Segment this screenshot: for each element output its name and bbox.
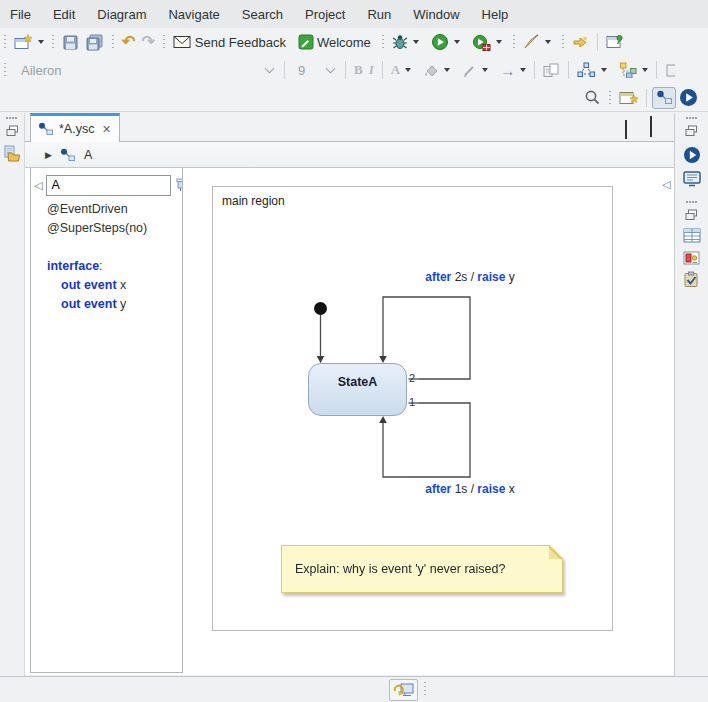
menu-search[interactable]: Search bbox=[242, 7, 283, 22]
diagram-canvas[interactable]: main region bbox=[183, 168, 674, 673]
tab-title: *A.ysc bbox=[59, 122, 94, 136]
line-color-dropdown[interactable] bbox=[482, 68, 488, 72]
menu-file[interactable]: File bbox=[10, 7, 31, 22]
clipped-toolbar-button[interactable] bbox=[662, 61, 678, 80]
line-color-button[interactable] bbox=[459, 61, 491, 79]
toolbar-separator bbox=[568, 61, 569, 79]
debug-button[interactable] bbox=[389, 32, 422, 52]
spec-event-line[interactable]: out event y bbox=[31, 295, 182, 314]
workspace: *A.ysc × ▶ A ◁ bbox=[0, 113, 708, 676]
font-color-button[interactable]: A bbox=[388, 60, 414, 80]
arrow-type-button[interactable]: → bbox=[497, 60, 529, 81]
italic-button[interactable]: I bbox=[366, 60, 377, 80]
out-event-keyword: out event bbox=[61, 297, 117, 311]
transition-label-bottom[interactable]: after 1s / raise x bbox=[405, 482, 535, 496]
note-text: Explain: why is event 'y' never raised? bbox=[295, 562, 505, 576]
spec-annotation-line[interactable]: @EventDriven bbox=[31, 200, 182, 219]
tab-close-icon[interactable]: × bbox=[102, 121, 110, 137]
pin-panel-icon[interactable] bbox=[174, 178, 182, 193]
fill-color-dropdown[interactable] bbox=[444, 68, 450, 72]
debug-perspective-button[interactable] bbox=[676, 87, 700, 109]
welcome-button[interactable]: Welcome bbox=[295, 32, 374, 52]
statechart-name-input[interactable] bbox=[46, 175, 171, 196]
arrowhead bbox=[379, 416, 387, 423]
new-wizard-button[interactable] bbox=[11, 32, 47, 53]
menu-window[interactable]: Window bbox=[413, 7, 459, 22]
fill-color-button[interactable] bbox=[420, 61, 453, 79]
save-button[interactable] bbox=[59, 32, 82, 53]
run-configuration-button[interactable] bbox=[469, 32, 505, 53]
menu-navigate[interactable]: Navigate bbox=[168, 7, 219, 22]
select-all-button[interactable] bbox=[574, 60, 610, 80]
minimize-editor-button[interactable] bbox=[625, 121, 627, 139]
toolbar-separator bbox=[534, 61, 535, 79]
restore-view-icon[interactable] bbox=[685, 125, 698, 137]
main-toolbar: ↶ ↷ Send Feedback Welcome bbox=[0, 28, 708, 56]
select-all-dropdown[interactable] bbox=[601, 68, 607, 72]
search-button[interactable] bbox=[581, 87, 604, 108]
layout-dropdown[interactable] bbox=[642, 68, 648, 72]
note-annotation[interactable]: Explain: why is event 'y' never raised? bbox=[281, 545, 563, 593]
send-feedback-button[interactable]: Send Feedback bbox=[170, 33, 289, 52]
statechart-perspective-button[interactable] bbox=[652, 87, 676, 109]
run-configuration-dropdown[interactable] bbox=[496, 40, 502, 44]
menu-help[interactable]: Help bbox=[482, 7, 509, 22]
open-perspective-button[interactable] bbox=[616, 87, 641, 108]
external-tools-button[interactable] bbox=[520, 32, 554, 52]
run-icon bbox=[431, 33, 449, 51]
pin-editor-button[interactable] bbox=[603, 32, 627, 52]
layout-button[interactable] bbox=[616, 60, 651, 80]
last-edit-location-button[interactable] bbox=[569, 33, 592, 52]
tasks-view-icon[interactable] bbox=[683, 271, 700, 288]
status-trim-button[interactable] bbox=[389, 679, 418, 701]
label-event: y bbox=[509, 270, 515, 284]
run-dropdown[interactable] bbox=[454, 40, 460, 44]
bold-button[interactable]: B bbox=[351, 60, 366, 80]
toolbar-separator bbox=[284, 61, 285, 79]
arrow-type-dropdown[interactable] bbox=[520, 68, 526, 72]
breadcrumb-item[interactable]: A bbox=[84, 148, 92, 162]
maximize-editor-button[interactable] bbox=[650, 119, 652, 137]
transition-label-top[interactable]: after 2s / raise y bbox=[405, 270, 535, 284]
menu-project[interactable]: Project bbox=[305, 7, 345, 22]
redo-button[interactable]: ↷ bbox=[138, 32, 157, 52]
new-wizard-dropdown[interactable] bbox=[38, 40, 44, 44]
line-color-icon bbox=[462, 63, 477, 77]
console-view-icon[interactable] bbox=[683, 171, 701, 187]
font-family-combo[interactable]: Aileron bbox=[11, 63, 279, 78]
toolbar-separator bbox=[562, 35, 564, 49]
spec-annotation-line[interactable]: @SuperSteps(no) bbox=[31, 219, 182, 238]
menu-diagram[interactable]: Diagram bbox=[97, 7, 146, 22]
properties-view-icon[interactable] bbox=[683, 228, 701, 243]
save-all-button[interactable] bbox=[82, 32, 107, 53]
run-button[interactable] bbox=[428, 31, 463, 53]
font-color-dropdown[interactable] bbox=[405, 68, 411, 72]
font-size-combo[interactable]: 9 bbox=[290, 63, 340, 78]
simulation-view-icon[interactable] bbox=[683, 146, 701, 164]
restore-view-icon[interactable] bbox=[6, 125, 19, 137]
undo-button[interactable]: ↶ bbox=[119, 32, 138, 52]
editor-tab[interactable]: *A.ysc × bbox=[30, 113, 120, 142]
undo-icon: ↶ bbox=[122, 34, 135, 50]
statechart-file-icon bbox=[38, 122, 54, 136]
search-icon bbox=[584, 89, 601, 106]
debug-dropdown[interactable] bbox=[413, 40, 419, 44]
interface-colon: : bbox=[99, 259, 102, 273]
spec-event-line[interactable]: out event x bbox=[31, 276, 182, 295]
outline-view-icon[interactable] bbox=[683, 250, 701, 266]
copy-appearance-button[interactable] bbox=[540, 61, 563, 80]
spec-interface-line[interactable]: interface: bbox=[31, 257, 182, 276]
breadcrumb-expand-icon[interactable]: ▶ bbox=[45, 150, 52, 160]
collapse-panel-icon[interactable]: ◁ bbox=[34, 180, 42, 191]
external-tools-dropdown[interactable] bbox=[545, 40, 551, 44]
toolbar-separator bbox=[609, 91, 611, 105]
state-node[interactable]: StateA bbox=[308, 363, 407, 416]
initial-state[interactable] bbox=[314, 302, 327, 315]
menu-edit[interactable]: Edit bbox=[53, 7, 75, 22]
chevron-down-icon bbox=[326, 63, 336, 73]
menu-run[interactable]: Run bbox=[367, 7, 391, 22]
status-monitor-refresh-icon bbox=[393, 682, 415, 699]
project-explorer-icon[interactable] bbox=[3, 145, 23, 162]
collapse-right-icon[interactable]: ◁ bbox=[662, 178, 670, 191]
restore-view-icon[interactable] bbox=[685, 209, 698, 221]
